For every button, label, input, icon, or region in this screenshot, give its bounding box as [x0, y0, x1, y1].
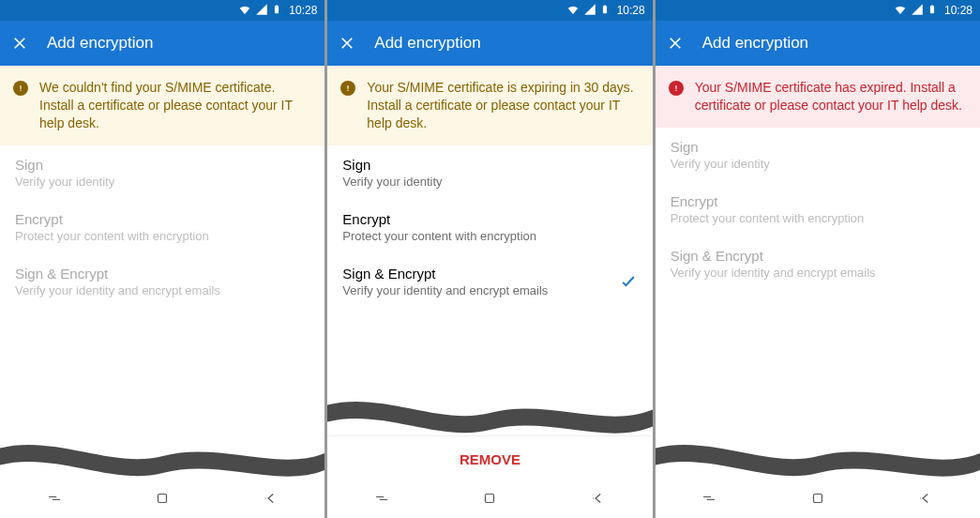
alert-icon [340, 81, 355, 96]
battery-icon [272, 3, 281, 19]
option-sign: Sign Verify your identity [656, 128, 980, 182]
option-title: Sign & Encrypt [342, 266, 637, 282]
option-encrypt: Encrypt Protect your content with encryp… [656, 182, 980, 236]
svg-rect-2 [20, 85, 21, 89]
option-title: Sign [342, 157, 637, 173]
nav-recent-icon[interactable] [695, 490, 723, 507]
svg-rect-10 [930, 6, 934, 13]
svg-rect-13 [675, 90, 676, 91]
page-title: Add encryption [702, 34, 808, 53]
option-title: Encrypt [342, 211, 637, 227]
nav-home-icon[interactable] [148, 490, 176, 507]
svg-rect-11 [931, 5, 933, 6]
clock-time: 10:28 [289, 4, 317, 17]
svg-rect-0 [275, 6, 279, 13]
content-break [0, 439, 324, 479]
option-title: Sign & Encrypt [671, 248, 965, 264]
wifi-icon [238, 3, 251, 19]
spacer [327, 309, 652, 396]
svg-rect-8 [348, 90, 349, 91]
battery-icon [600, 3, 610, 19]
clock-time: 10:28 [944, 4, 972, 17]
option-sub: Verify your identity and encrypt emails [671, 266, 965, 280]
option-title: Encrypt [671, 193, 965, 209]
wifi-icon [566, 3, 580, 19]
battery-icon [927, 3, 937, 19]
wifi-icon [894, 3, 907, 19]
status-bar: 10:28 [656, 0, 980, 21]
nav-recent-icon[interactable] [40, 490, 68, 507]
svg-rect-14 [813, 495, 822, 503]
option-sign-encrypt[interactable]: Sign & Encrypt Verify your identity and … [327, 254, 652, 309]
option-title: Sign [671, 139, 965, 155]
nav-recent-icon[interactable] [368, 490, 396, 507]
app-bar: Add encryption [327, 21, 652, 66]
app-bar: Add encryption [0, 21, 324, 66]
screen-cert-expiring: 10:28 Add encryption Your S/MIME certifi… [327, 0, 652, 518]
signal-icon [255, 3, 268, 19]
option-sub: Verify your identity [671, 157, 965, 171]
option-sub: Protect your content with encryption [15, 229, 309, 243]
clock-time: 10:28 [617, 4, 645, 17]
nav-back-icon[interactable] [257, 490, 285, 507]
screen-cert-not-found: 10:28 Add encryption We couldn't find yo… [0, 0, 324, 518]
option-sub: Protect your content with encryption [671, 211, 965, 225]
svg-rect-4 [158, 495, 167, 503]
screen-cert-expired: 10:28 Add encryption Your S/MIME certifi… [656, 0, 980, 518]
android-nav-bar [656, 479, 980, 518]
content-break [656, 439, 980, 479]
option-title: Sign & Encrypt [15, 266, 309, 282]
option-sign-encrypt: Sign & Encrypt Verify your identity and … [0, 254, 324, 309]
option-title: Encrypt [15, 211, 309, 227]
option-sign-encrypt: Sign & Encrypt Verify your identity and … [656, 236, 980, 291]
close-icon[interactable] [667, 35, 684, 52]
nav-home-icon[interactable] [475, 490, 504, 507]
cert-banner-error: Your S/MIME certificate has expired. Ins… [656, 66, 980, 128]
option-sign[interactable]: Sign Verify your identity [327, 145, 652, 200]
checkmark-icon [619, 272, 638, 291]
app-bar: Add encryption [656, 21, 980, 66]
svg-rect-6 [604, 5, 606, 6]
svg-rect-3 [20, 90, 21, 91]
page-title: Add encryption [374, 34, 480, 53]
signal-icon [911, 3, 924, 19]
nav-home-icon[interactable] [804, 490, 832, 507]
banner-text: Your S/MIME certificate is expiring in 3… [367, 79, 637, 132]
cert-banner-warning: We couldn't find your S/MIME certificate… [0, 66, 324, 145]
nav-back-icon[interactable] [912, 490, 940, 507]
android-nav-bar [327, 479, 652, 518]
option-encrypt[interactable]: Encrypt Protect your content with encryp… [327, 200, 652, 254]
svg-rect-5 [603, 6, 607, 13]
remove-button[interactable]: REMOVE [327, 435, 652, 479]
option-sign: Sign Verify your identity [0, 145, 324, 200]
close-icon[interactable] [11, 35, 28, 52]
signal-icon [583, 3, 596, 19]
status-bar: 10:28 [0, 0, 324, 21]
content-break [327, 396, 652, 435]
option-sub: Verify your identity and encrypt emails [342, 283, 637, 297]
cert-banner-warning: Your S/MIME certificate is expiring in 3… [327, 66, 652, 145]
svg-rect-12 [675, 85, 676, 89]
option-sub: Protect your content with encryption [342, 229, 637, 243]
page-title: Add encryption [47, 34, 153, 53]
svg-rect-9 [486, 495, 494, 503]
alert-icon [669, 81, 684, 96]
option-sub: Verify your identity [15, 175, 309, 189]
option-sub: Verify your identity [342, 175, 637, 189]
svg-rect-1 [276, 5, 278, 6]
banner-text: We couldn't find your S/MIME certificate… [39, 79, 309, 132]
banner-text: Your S/MIME certificate has expired. Ins… [695, 79, 965, 114]
option-title: Sign [15, 157, 309, 173]
option-sub: Verify your identity and encrypt emails [15, 283, 309, 297]
spacer [656, 291, 980, 439]
spacer [0, 309, 324, 439]
close-icon[interactable] [339, 35, 355, 52]
svg-rect-7 [348, 85, 349, 89]
status-bar: 10:28 [327, 0, 652, 21]
alert-icon [13, 81, 28, 96]
android-nav-bar [0, 479, 324, 518]
option-encrypt: Encrypt Protect your content with encryp… [0, 200, 324, 254]
nav-back-icon[interactable] [584, 490, 612, 507]
